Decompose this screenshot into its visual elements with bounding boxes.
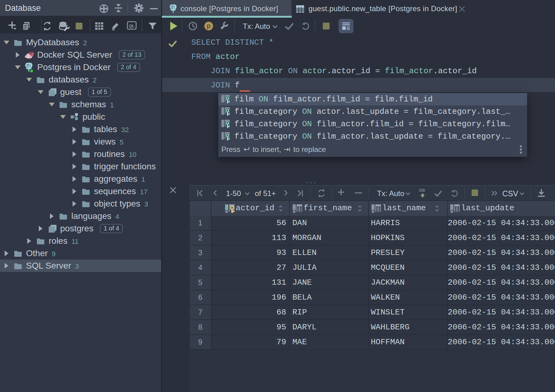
svg-text:DB: DB — [419, 188, 425, 193]
svg-text:QL: QL — [129, 24, 135, 28]
